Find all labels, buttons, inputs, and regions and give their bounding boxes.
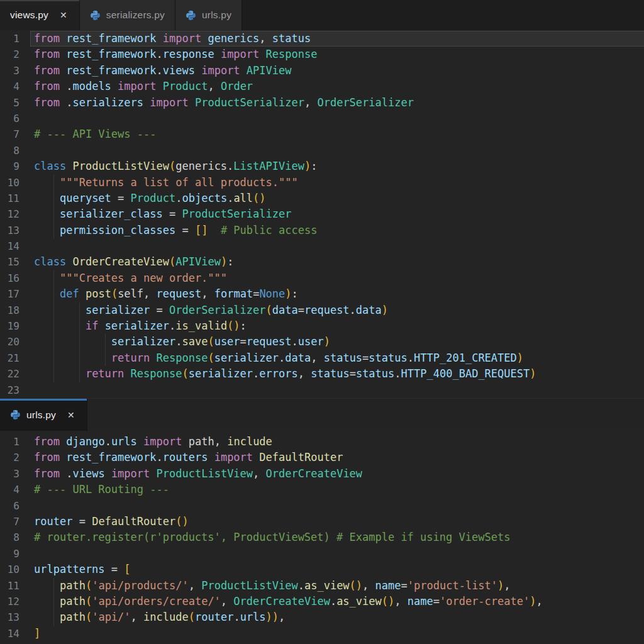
line-number: 10 [0, 175, 30, 191]
code-line: 3from .views import ProductListView, Ord… [0, 466, 644, 482]
indent-guide [53, 206, 54, 222]
code-line: 4from .models import Product, Order [0, 79, 644, 94]
code-line: 5from .serializers import ProductSeriali… [0, 95, 644, 111]
line-number: 20 [0, 334, 30, 350]
code-line: 19 if serializer.is_valid(): [0, 318, 644, 334]
code-line: 4# --- URL Routing --- [0, 482, 644, 497]
code-line: 14] [0, 626, 644, 641]
tab-bar-bottom: urls.py✕ [0, 398, 644, 431]
code-line: 12 serializer_class = ProductSerializer [0, 206, 644, 222]
line-number: 11 [0, 578, 30, 594]
code-line-content [30, 143, 644, 158]
line-number: 23 [0, 382, 30, 398]
code-line-content [30, 238, 644, 254]
tab-serializers-py[interactable]: serializers.py [80, 0, 175, 30]
line-number: 2 [0, 450, 30, 465]
python-icon [10, 409, 21, 420]
code-line-content: serializer_class = ProductSerializer [30, 206, 644, 222]
tab-label: urls.py [26, 409, 56, 421]
code-line: 6 [0, 498, 644, 514]
line-number: 2 [0, 47, 30, 62]
tab-label: serializers.py [106, 9, 165, 21]
code-line-content: ] [30, 626, 644, 641]
indent-guide [53, 303, 54, 318]
code-area-views-py[interactable]: 1from rest_framework import generics, st… [0, 30, 644, 398]
code-line: 16 """Creates a new order.""" [0, 270, 644, 286]
code-line-content [30, 382, 644, 398]
line-number: 5 [0, 95, 30, 111]
code-line: 15class OrderCreateView(APIView): [0, 254, 644, 270]
code-line-content: if serializer.is_valid(): [30, 318, 644, 334]
code-line-content: serializer = OrderSerializer(data=reques… [30, 303, 644, 318]
tab-views-py[interactable]: views.py✕ [0, 0, 80, 30]
code-area-urls-py[interactable]: 1from django.urls import path, include2f… [0, 431, 644, 644]
code-line: 1from django.urls import path, include [0, 434, 644, 450]
line-number: 3 [0, 466, 30, 482]
indent-guide [53, 366, 54, 382]
code-line: 17 def post(self, request, format=None): [0, 286, 644, 302]
code-line: 7# --- API Views --- [0, 126, 644, 142]
line-number: 9 [0, 546, 30, 562]
line-number: 8 [0, 143, 30, 158]
code-line-content: from rest_framework import generics, sta… [30, 31, 644, 47]
tab-urls-py[interactable]: urls.py✕ [0, 399, 87, 431]
code-line-content: from rest_framework.routers import Defau… [30, 450, 644, 465]
code-line: 3from rest_framework.views import APIVie… [0, 63, 644, 79]
indent-guide [79, 303, 80, 318]
line-number: 7 [0, 126, 30, 142]
code-line: 11 path('api/products/', ProductListView… [0, 578, 644, 594]
code-line-content: from .serializers import ProductSerializ… [30, 95, 644, 111]
code-line-content: """Returns a list of all products.""" [30, 175, 644, 191]
tab-label: views.py [10, 9, 48, 21]
code-line: 21 return Response(serializer.data, stat… [0, 350, 644, 366]
line-number: 21 [0, 350, 30, 366]
code-line: 13 path('api/', include(router.urls)), [0, 609, 644, 625]
code-line-content: # router.register(r'products', ProductVi… [30, 530, 644, 545]
close-icon[interactable]: ✕ [58, 9, 69, 21]
indent-guide [53, 191, 54, 206]
code-line: 8 [0, 143, 644, 158]
line-number: 19 [0, 318, 30, 334]
code-line-content [30, 546, 644, 562]
tab-bar-empty-space [242, 0, 644, 30]
code-line: 11 queryset = Product.objects.all() [0, 191, 644, 206]
tab-urls-py[interactable]: urls.py [175, 0, 242, 30]
code-line: 13 permission_classes = [] # Public acce… [0, 223, 644, 238]
line-number: 7 [0, 514, 30, 530]
indent-guide [53, 223, 54, 238]
code-line: 22 return Response(serializer.errors, st… [0, 366, 644, 382]
line-number: 8 [0, 530, 30, 545]
line-number: 10 [0, 562, 30, 577]
code-line-content: router = DefaultRouter() [30, 514, 644, 530]
indent-guide [105, 350, 106, 366]
code-line-content [30, 498, 644, 514]
code-line: 2from rest_framework.response import Res… [0, 47, 644, 62]
code-line-content: from rest_framework.response import Resp… [30, 47, 644, 62]
code-line: 6 [0, 111, 644, 126]
code-line-content: # --- URL Routing --- [30, 482, 644, 497]
code-line-content: path('api/', include(router.urls)), [30, 609, 644, 625]
code-line: 1from rest_framework import generics, st… [0, 31, 644, 47]
code-line-content: """Creates a new order.""" [30, 270, 644, 286]
indent-guide [53, 286, 54, 302]
code-line: 10 """Returns a list of all products.""" [0, 175, 644, 191]
code-line-content: urlpatterns = [ [30, 562, 644, 577]
line-number: 13 [0, 223, 30, 238]
code-line-content: def post(self, request, format=None): [30, 286, 644, 302]
indent-guide [53, 578, 54, 594]
code-line: 9 [0, 546, 644, 562]
line-number: 9 [0, 158, 30, 174]
indent-guide [53, 270, 54, 286]
indent-guide [53, 175, 54, 191]
code-line-content: return Response(serializer.errors, statu… [30, 366, 644, 382]
code-line-content: class OrderCreateView(APIView): [30, 254, 644, 270]
line-number: 16 [0, 270, 30, 286]
indent-guide [79, 366, 80, 382]
close-icon[interactable]: ✕ [65, 409, 77, 421]
code-line: 18 serializer = OrderSerializer(data=req… [0, 303, 644, 318]
python-icon [90, 10, 101, 21]
editor-group-bottom: urls.py✕ 1from django.urls import path, … [0, 398, 644, 644]
line-number: 1 [0, 434, 30, 450]
code-line-content: from .views import ProductListView, Orde… [30, 466, 644, 482]
indent-guide [105, 334, 106, 350]
